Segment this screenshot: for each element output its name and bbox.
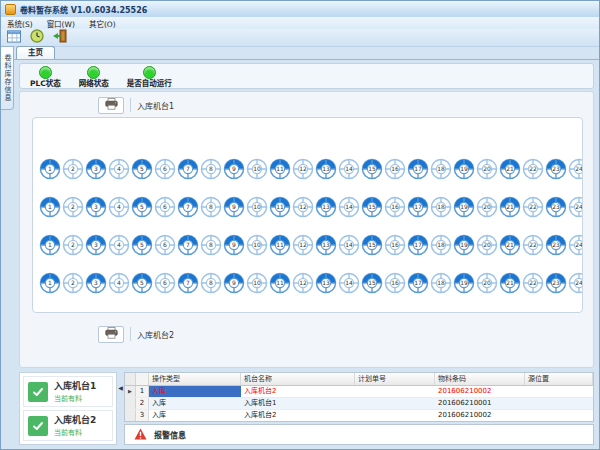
row-number: 3 [136,410,149,421]
app-window: 卷料暂存系统 V1.0.6034.25526 系统(S)窗口(W)其它(O) 主… [0,0,600,450]
slot-1-occupied: 1 [39,272,61,294]
slot-8-empty: 8 [200,196,222,218]
slot-16-empty: 16 [384,272,406,294]
cell[interactable]: 201606210002 [435,386,525,397]
col-header-2[interactable]: 机台名称 [241,373,355,385]
cell[interactable]: 入库 [149,410,241,421]
card-status: 当前有料 [54,427,96,437]
collapse-left-icon: ◀ [118,384,123,445]
cell[interactable] [525,398,593,409]
status-indicator-icon [87,66,100,79]
printer-icon [105,327,118,342]
slot-4-empty: 4 [108,158,130,180]
cell[interactable] [355,410,435,421]
slot-20-empty: 20 [476,196,498,218]
slot-16-empty: 16 [384,196,406,218]
print-button-machine1[interactable] [98,97,124,114]
slot-3-occupied: 3 [85,272,107,294]
slot-12-empty: 12 [292,196,314,218]
svg-text:3: 3 [94,279,98,286]
table-row-1[interactable]: ▶1入库入库机台2201606210002 [125,386,593,398]
alarm-label: 报警信息 [154,429,186,440]
slot-12-empty: 12 [292,234,314,256]
svg-text:10: 10 [253,279,261,286]
menu-item-3[interactable]: 其它(O) [89,18,116,29]
svg-text:8: 8 [209,203,213,210]
svg-text:11: 11 [276,279,284,286]
svg-text:4: 4 [117,203,121,210]
slot-9-occupied: 9 [223,158,245,180]
svg-text:23: 23 [552,203,560,210]
svg-text:11: 11 [276,203,284,210]
print-button-machine2[interactable] [98,326,124,343]
svg-text:6: 6 [163,279,167,286]
calendar-icon [6,29,22,46]
cell[interactable]: 入库机台2 [241,410,355,421]
status-indicator-icon [143,66,156,79]
cell[interactable]: 201606210001 [435,398,525,409]
slot-6-empty: 6 [154,158,176,180]
svg-text:13: 13 [322,203,330,210]
exit-button[interactable] [51,30,68,45]
slot-22-empty: 22 [522,272,544,294]
menu-item-2[interactable]: 窗口(W) [47,18,75,29]
tab-home[interactable]: 主页 [16,46,55,59]
cell[interactable] [355,398,435,409]
cell[interactable]: 入库 [149,386,241,397]
cell[interactable]: 入库机台2 [241,386,355,397]
cell[interactable] [355,386,435,397]
svg-text:15: 15 [368,165,376,172]
col-header-4[interactable]: 物料条码 [435,373,525,385]
col-header-1[interactable]: 操作类型 [149,373,241,385]
status-item: 是否自动运行 [127,66,172,88]
menu-item-1[interactable]: 系统(S) [7,18,33,29]
svg-text:16: 16 [391,279,399,286]
cell[interactable]: 201606210002 [435,410,525,421]
titlebar: 卷料暂存系统 V1.0.6034.25526 [1,1,599,17]
svg-text:18: 18 [437,203,445,210]
cell[interactable] [525,410,593,421]
slot-11-occupied: 11 [269,272,291,294]
table-row-3[interactable]: 3入库入库机台2201606210002 [125,410,593,422]
cell[interactable]: 入库机台1 [241,398,355,409]
slot-16-empty: 16 [384,158,406,180]
col-header-5[interactable]: 源位置 [525,373,593,385]
svg-text:9: 9 [232,241,236,248]
slot-13-occupied: 13 [315,234,337,256]
schedule-button[interactable] [5,30,22,45]
slot-row-1: 1234567891011121314151617181920212223242… [39,158,583,180]
svg-text:7: 7 [186,203,190,210]
slot-9-occupied: 9 [223,272,245,294]
slot-17-occupied: 17 [407,272,429,294]
bottom-section: 入库机台1当前有料入库机台2当前有料 ◀ 操作类型机台名称计划单号物料条码源位置… [19,372,594,445]
slot-13-occupied: 13 [315,158,337,180]
header-divider [130,327,131,341]
svg-text:21: 21 [506,241,514,248]
slot-6-empty: 6 [154,234,176,256]
slot-4-empty: 4 [108,272,130,294]
col-header-3[interactable]: 计划单号 [355,373,435,385]
svg-text:11: 11 [276,241,284,248]
slot-1-occupied: 1 [39,158,61,180]
history-button[interactable] [28,30,45,45]
card-text: 入库机台2当前有料 [54,415,96,437]
slot-17-occupied: 17 [407,196,429,218]
svg-text:18: 18 [437,241,445,248]
cell[interactable]: 入库 [149,398,241,409]
svg-text:24: 24 [575,241,583,248]
card-status: 当前有料 [54,393,96,403]
splitter-handle[interactable]: ◀ [117,372,124,445]
slot-22-empty: 22 [522,158,544,180]
cell[interactable] [525,386,593,397]
slot-13-occupied: 13 [315,272,337,294]
slot-19-occupied: 19 [453,234,475,256]
status-label: PLC状态 [30,80,61,88]
svg-text:22: 22 [529,279,537,286]
svg-text:21: 21 [506,203,514,210]
side-panel-tab[interactable]: 卷料库存信息 [1,46,14,110]
row-selector [125,398,136,409]
slot-23-occupied: 23 [545,234,567,256]
table-row-2[interactable]: 2入库入库机台1201606210001 [125,398,593,410]
content-area: PLC状态网络状态是否自动运行 入库机台1 123456789101112131… [14,59,599,449]
svg-text:24: 24 [575,279,583,286]
